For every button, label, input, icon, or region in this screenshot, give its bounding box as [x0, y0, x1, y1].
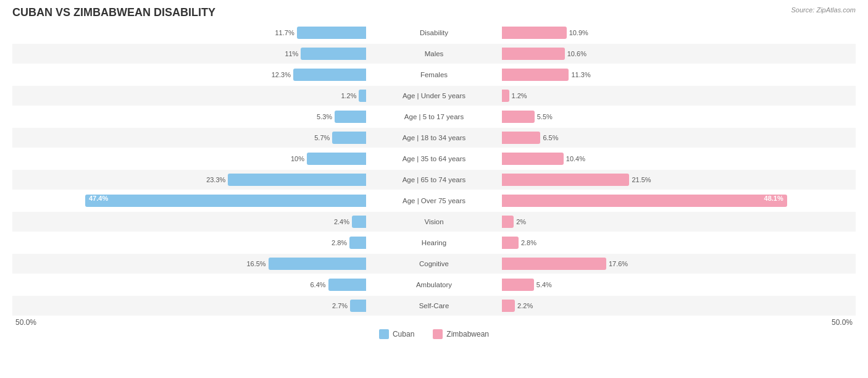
val-right: 10.6%: [567, 50, 586, 57]
val-right: 2.2%: [517, 302, 533, 309]
left-area: 11.7%: [12, 24, 366, 41]
bar-left: [228, 174, 366, 186]
left-area: 5.7%: [12, 129, 366, 146]
val-right: 5.4%: [536, 281, 552, 288]
right-area: 2.8%: [502, 234, 856, 251]
bars-wrapper: 23.3% Age | 65 to 74 years 21.5%: [12, 171, 856, 188]
chart-title: CUBAN VS ZIMBABWEAN DISABILITY: [12, 6, 856, 19]
right-area: 11.3%: [502, 66, 856, 83]
bars-wrapper: 2.4% Vision 2%: [12, 213, 856, 230]
val-right-inside: 48.1%: [764, 195, 783, 202]
bars-wrapper: 5.7% Age | 18 to 34 years 6.5%: [12, 129, 856, 146]
bar-right: [502, 111, 535, 123]
chart-row: 47.4% Age | Over 75 years 48.1%: [12, 191, 856, 211]
chart-row: 11.7% Disability 10.9%: [12, 23, 856, 43]
bars-wrapper: 10% Age | 35 to 64 years 10.4%: [12, 150, 856, 167]
chart-row: 1.2% Age | Under 5 years 1.2%: [12, 86, 856, 106]
chart-row: 6.4% Ambulatory 5.4%: [12, 275, 856, 295]
legend-zimbabwean: Zimbabwean: [433, 329, 489, 339]
bars-wrapper: 2.7% Self-Care 2.2%: [12, 297, 856, 314]
legend: Cuban Zimbabwean: [12, 329, 856, 339]
row-label: Age | 18 to 34 years: [366, 134, 502, 141]
bar-right: [502, 216, 514, 228]
val-right: 17.6%: [609, 260, 628, 267]
bar-left: [328, 279, 366, 291]
left-area: 5.3%: [12, 108, 366, 125]
val-left: 6.4%: [310, 281, 325, 288]
val-right: 11.3%: [571, 71, 590, 78]
bar-right: [502, 90, 509, 102]
bar-left: [359, 90, 366, 102]
val-right: 6.5%: [543, 134, 558, 141]
row-label: Age | Over 75 years: [366, 197, 502, 204]
left-area: 11%: [12, 45, 366, 62]
chart-row: 2.8% Hearing 2.8%: [12, 233, 856, 253]
row-label: Vision: [366, 218, 502, 225]
bar-left: [350, 300, 366, 312]
right-area: 5.4%: [502, 276, 856, 293]
legend-cuban: Cuban: [379, 329, 414, 339]
bar-left: [301, 48, 366, 60]
chart-row: 2.7% Self-Care 2.2%: [12, 296, 856, 316]
bar-left: [307, 153, 366, 165]
bars-wrapper: 1.2% Age | Under 5 years 1.2%: [12, 87, 856, 104]
bars-wrapper: 16.5% Cognitive 17.6%: [12, 255, 856, 272]
val-right: 21.5%: [632, 176, 651, 183]
chart-row: 16.5% Cognitive 17.6%: [12, 254, 856, 274]
bars-wrapper: 12.3% Females 11.3%: [12, 66, 856, 83]
row-label: Age | 5 to 17 years: [366, 113, 502, 120]
left-area: 10%: [12, 150, 366, 167]
bar-right: [502, 69, 569, 81]
right-area: 2.2%: [502, 297, 856, 314]
bars-wrapper: 11% Males 10.6%: [12, 45, 856, 62]
val-left: 2.8%: [332, 239, 347, 246]
left-area: 2.4%: [12, 213, 366, 230]
chart-row: 12.3% Females 11.3%: [12, 65, 856, 85]
bar-right: [502, 132, 540, 144]
row-label: Females: [366, 71, 502, 78]
bar-right: [502, 258, 606, 270]
bars-wrapper: 47.4% Age | Over 75 years 48.1%: [12, 192, 856, 209]
val-left: 11%: [285, 50, 298, 57]
right-area: 48.1%: [502, 192, 856, 209]
row-label: Ambulatory: [366, 281, 502, 288]
left-area: 2.8%: [12, 234, 366, 251]
val-right: 1.2%: [512, 92, 527, 99]
bar-right: [502, 153, 564, 165]
row-label: Age | 35 to 64 years: [366, 155, 502, 162]
zimbabwean-color-box: [433, 329, 443, 339]
row-label: Age | Under 5 years: [366, 92, 502, 99]
val-right: 10.9%: [569, 29, 588, 36]
bar-left: [332, 132, 366, 144]
right-area: 2%: [502, 213, 856, 230]
val-right: 2%: [516, 218, 526, 225]
left-area: 1.2%: [12, 87, 366, 104]
bar-right: 48.1%: [502, 195, 787, 207]
val-left: 11.7%: [275, 29, 294, 36]
row-label: Age | 65 to 74 years: [366, 176, 502, 183]
bar-left: [269, 258, 366, 270]
right-area: 17.6%: [502, 255, 856, 272]
chart-row: 11% Males 10.6%: [12, 44, 856, 64]
val-left: 5.7%: [314, 134, 330, 141]
val-left-inside: 47.4%: [89, 195, 108, 202]
bar-left: [349, 237, 366, 249]
val-right: 2.8%: [521, 239, 536, 246]
row-label: Males: [366, 50, 502, 57]
val-left: 2.4%: [334, 218, 349, 225]
chart-row: 2.4% Vision 2%: [12, 212, 856, 232]
val-left: 23.3%: [206, 176, 225, 183]
row-label: Self-Care: [366, 302, 502, 309]
val-left: 12.3%: [272, 71, 291, 78]
left-area: 16.5%: [12, 255, 366, 272]
bars-wrapper: 11.7% Disability 10.9%: [12, 24, 856, 41]
right-area: 5.5%: [502, 108, 856, 125]
chart-area: 11.7% Disability 10.9% 11% Males: [12, 23, 856, 316]
chart-row: 10% Age | 35 to 64 years 10.4%: [12, 149, 856, 169]
bars-wrapper: 6.4% Ambulatory 5.4%: [12, 276, 856, 293]
cuban-color-box: [379, 329, 389, 339]
bar-right: [502, 279, 534, 291]
right-area: 6.5%: [502, 129, 856, 146]
val-left: 5.3%: [317, 113, 332, 120]
left-area: 12.3%: [12, 66, 366, 83]
